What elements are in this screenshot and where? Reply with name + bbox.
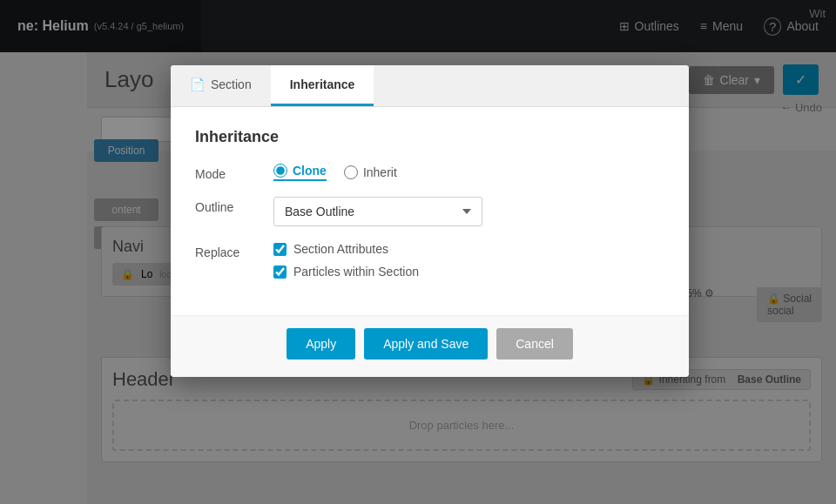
section-attrs-checkbox[interactable] (273, 243, 287, 256)
apply-save-button[interactable]: Apply and Save (364, 328, 488, 360)
outline-row: Outline Base Outline Custom Outline (195, 197, 664, 226)
cancel-button[interactable]: Cancel (496, 328, 573, 360)
mode-inherit-label: Inherit (363, 165, 397, 179)
section-attrs-option[interactable]: Section Attributes (273, 242, 664, 256)
section-tab-icon: 📄 (190, 77, 205, 91)
mode-inherit-radio[interactable] (344, 165, 358, 179)
modal-dialog: 📄 Section Inheritance Inheritance Mode C… (171, 65, 689, 377)
tab-section-label: Section (211, 77, 252, 91)
apply-save-label: Apply and Save (383, 337, 469, 351)
apply-label: Apply (306, 337, 336, 351)
tab-inheritance[interactable]: Inheritance (271, 65, 374, 106)
modal-body: Inheritance Mode Clone Inherit Outline B… (171, 107, 689, 315)
particles-option[interactable]: Particles within Section (273, 265, 664, 279)
particles-checkbox[interactable] (273, 265, 287, 279)
mode-clone-label: Clone (293, 164, 327, 178)
tab-section[interactable]: 📄 Section (171, 65, 271, 106)
particles-label: Particles within Section (293, 265, 419, 279)
mode-clone-option[interactable]: Clone (273, 164, 327, 181)
modal-tabs: 📄 Section Inheritance (171, 65, 689, 107)
modal-footer: Apply Apply and Save Cancel (171, 315, 689, 377)
outline-label: Outline (195, 197, 273, 214)
section-attrs-label: Section Attributes (293, 242, 388, 256)
replace-row: Replace Section Attributes Particles wit… (195, 242, 664, 279)
modal-section-title: Inheritance (195, 128, 664, 146)
mode-inherit-option[interactable]: Inherit (344, 165, 397, 179)
mode-control: Clone Inherit (273, 164, 664, 181)
apply-button[interactable]: Apply (287, 328, 355, 360)
outline-select[interactable]: Base Outline Custom Outline (273, 197, 482, 226)
tab-inheritance-label: Inheritance (290, 77, 355, 91)
cancel-label: Cancel (516, 337, 554, 351)
mode-row: Mode Clone Inherit (195, 164, 664, 181)
mode-clone-radio[interactable] (273, 164, 287, 178)
outline-control: Base Outline Custom Outline (273, 197, 664, 226)
mode-label: Mode (195, 164, 273, 181)
replace-control: Section Attributes Particles within Sect… (273, 242, 664, 279)
replace-label: Replace (195, 242, 273, 259)
